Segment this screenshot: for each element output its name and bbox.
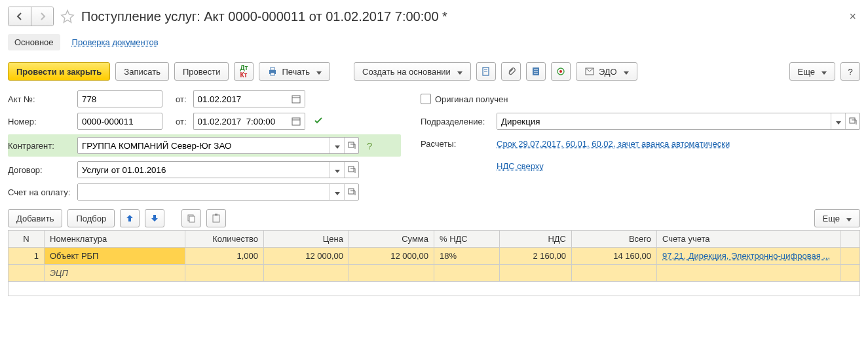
- col-nomen[interactable]: Номенклатура: [45, 231, 185, 248]
- number-ot-label: от:: [176, 117, 187, 126]
- podrazd-select[interactable]: [497, 113, 860, 130]
- number-input[interactable]: [77, 113, 162, 130]
- number-date-calendar-button[interactable]: [288, 113, 305, 130]
- table-row[interactable]: 1 Объект РБП 1,000 12 000,00 12 000,00 1…: [9, 248, 860, 265]
- schet-dropdown-button[interactable]: [330, 184, 344, 200]
- toolbar-icon-1[interactable]: [476, 62, 496, 81]
- cell-accounts[interactable]: 97.21, Дирекция, Электронно-цифровая ...: [657, 248, 840, 265]
- copy-button[interactable]: [181, 209, 201, 227]
- tab-check-documents[interactable]: Проверка документов: [72, 37, 159, 47]
- podrazd-input[interactable]: [497, 113, 831, 129]
- nav-back-button[interactable]: [9, 7, 31, 26]
- settings-icon: [556, 66, 566, 77]
- svg-rect-15: [292, 118, 300, 125]
- dogovor-input[interactable]: [78, 162, 330, 178]
- schet-input[interactable]: [78, 184, 330, 200]
- attach-button[interactable]: [501, 62, 521, 81]
- dtkt-icon: ДтКт: [240, 64, 248, 79]
- print-button[interactable]: Печать: [259, 62, 330, 81]
- akt-ot-label: от:: [176, 94, 187, 104]
- schet-select[interactable]: [77, 183, 359, 201]
- podrazd-dropdown-button[interactable]: [831, 113, 845, 129]
- col-total[interactable]: Всего: [572, 231, 657, 248]
- edo-label: ЭДО: [599, 67, 617, 77]
- save-button[interactable]: Записать: [115, 62, 169, 81]
- number-label: Номер:: [8, 117, 73, 126]
- cell-nomen[interactable]: Объект РБП: [45, 248, 185, 265]
- schet-open-button[interactable]: [344, 184, 358, 200]
- move-down-button[interactable]: [145, 209, 164, 227]
- calendar-icon: [291, 94, 301, 104]
- caret-down-icon: [335, 141, 340, 151]
- paste-icon: [211, 213, 221, 223]
- calendar-icon: [291, 116, 301, 126]
- kontragent-input[interactable]: [78, 138, 330, 153]
- nav-forward-button[interactable]: [31, 7, 53, 26]
- number-datetime-input[interactable]: [193, 113, 288, 130]
- col-sum[interactable]: Сумма: [349, 231, 434, 248]
- help-button[interactable]: ?: [840, 62, 860, 81]
- edo-button[interactable]: ЭДО: [576, 62, 637, 81]
- col-price[interactable]: Цена: [264, 231, 349, 248]
- svg-rect-22: [189, 216, 195, 222]
- akt-date-calendar-button[interactable]: [288, 90, 305, 107]
- check-icon[interactable]: [313, 115, 324, 128]
- raschety-link[interactable]: Срок 29.07.2017, 60.01, 60.02, зачет ава…: [497, 139, 730, 149]
- kontragent-dropdown-button[interactable]: [330, 138, 344, 153]
- col-qty[interactable]: Количество: [185, 231, 264, 248]
- kontragent-help-icon[interactable]: ?: [367, 140, 372, 151]
- dogovor-select[interactable]: [77, 161, 359, 178]
- table-more-button[interactable]: Еще: [814, 209, 860, 227]
- open-icon: [347, 187, 357, 197]
- close-button[interactable]: ×: [845, 10, 860, 24]
- pick-button[interactable]: Подбор: [67, 209, 115, 227]
- dogovor-open-button[interactable]: [344, 162, 358, 178]
- akt-date-input[interactable]: [193, 90, 288, 107]
- toolbar-icon-4[interactable]: [551, 62, 571, 81]
- accounts-link[interactable]: 97.21, Дирекция, Электронно-цифровая ...: [662, 251, 830, 261]
- svg-point-11: [559, 70, 562, 73]
- original-received-checkbox[interactable]: [421, 94, 431, 104]
- dogovor-dropdown-button[interactable]: [330, 162, 344, 178]
- caret-down-icon: [846, 214, 852, 223]
- svg-rect-2: [271, 73, 274, 75]
- podrazd-open-button[interactable]: [845, 113, 859, 129]
- create-based-on-button[interactable]: Создать на основании: [354, 62, 471, 81]
- dtkt-button[interactable]: ДтКт: [234, 62, 254, 81]
- cell-sum[interactable]: 12 000,00: [349, 248, 434, 265]
- caret-down-icon: [316, 67, 322, 77]
- cell-vat-pct[interactable]: 18%: [434, 248, 500, 265]
- col-vat[interactable]: НДС: [500, 231, 572, 248]
- cell-nomen-sub[interactable]: ЭЦП: [45, 265, 185, 282]
- tab-main[interactable]: Основное: [8, 34, 60, 50]
- caret-down-icon: [457, 67, 462, 77]
- cell-n[interactable]: 1: [9, 248, 45, 265]
- table-row-empty: [9, 282, 860, 296]
- caret-down-icon: [821, 67, 827, 77]
- cell-vat[interactable]: 2 160,00: [500, 248, 572, 265]
- table-row-sub[interactable]: ЭЦП: [9, 265, 860, 282]
- col-n[interactable]: N: [9, 231, 45, 248]
- post-button[interactable]: Провести: [174, 62, 229, 81]
- col-accounts[interactable]: Счета учета: [657, 231, 840, 248]
- cell-total[interactable]: 14 160,00: [572, 248, 657, 265]
- svg-rect-13: [292, 96, 300, 103]
- col-vat-pct[interactable]: % НДС: [434, 231, 500, 248]
- toolbar-icon-3[interactable]: [526, 62, 546, 81]
- cell-price[interactable]: 12 000,00: [264, 248, 349, 265]
- kontragent-open-button[interactable]: [344, 138, 358, 153]
- move-up-button[interactable]: [120, 209, 140, 227]
- edo-icon: [584, 66, 595, 77]
- printer-icon: [267, 66, 278, 77]
- add-row-button[interactable]: Добавить: [8, 209, 62, 227]
- cell-qty[interactable]: 1,000: [185, 248, 264, 265]
- post-and-close-button[interactable]: Провести и закрыть: [8, 62, 110, 81]
- paste-button[interactable]: [206, 209, 226, 227]
- more-button[interactable]: Еще: [789, 62, 835, 81]
- kontragent-select[interactable]: [77, 137, 359, 154]
- akt-no-input[interactable]: [77, 90, 162, 107]
- open-icon: [347, 140, 357, 151]
- items-table: N Номенклатура Количество Цена Сумма % Н…: [8, 230, 860, 296]
- favorite-star-icon[interactable]: [60, 9, 75, 24]
- nds-link[interactable]: НДС сверху: [497, 161, 544, 171]
